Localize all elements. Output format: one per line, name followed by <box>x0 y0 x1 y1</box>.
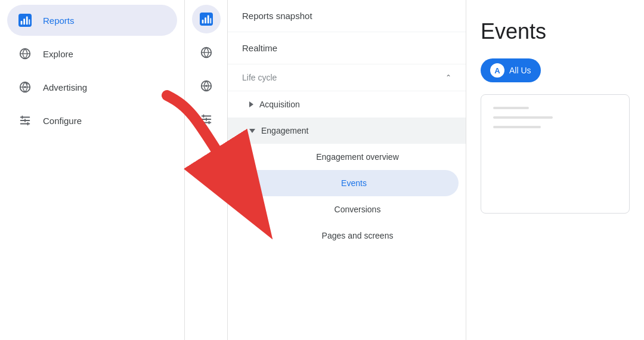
advertising-icon <box>17 79 33 95</box>
page-title: Events <box>481 19 630 44</box>
sidebar-item-explore[interactable]: Explore <box>7 38 177 69</box>
svg-rect-1 <box>21 21 23 24</box>
nav-panel: Reports snapshot Realtime Life cycle ⌃ A… <box>228 0 466 340</box>
svg-rect-4 <box>29 19 30 24</box>
sidebar-wide: Reports Explore <box>0 0 185 340</box>
reports-icon <box>17 12 33 29</box>
svg-rect-18 <box>210 18 211 23</box>
narrow-reports-icon <box>200 13 213 26</box>
nav-pages-and-screens[interactable]: Pages and screens <box>228 222 466 249</box>
sidebar-item-advertising[interactable]: Advertising <box>7 72 177 103</box>
narrow-reports[interactable] <box>192 5 221 33</box>
svg-rect-25 <box>203 115 204 118</box>
nav-events[interactable]: Events <box>228 170 459 196</box>
content-card <box>481 94 630 214</box>
card-line-2 <box>493 116 553 119</box>
card-line-1 <box>493 107 529 109</box>
card-line-3 <box>493 126 541 128</box>
svg-point-7 <box>24 86 26 88</box>
svg-rect-15 <box>202 20 203 23</box>
svg-rect-11 <box>22 116 23 119</box>
svg-rect-26 <box>206 118 207 121</box>
narrow-explore[interactable] <box>192 38 221 67</box>
main-content: Events A All Us <box>466 0 644 340</box>
segment-label: All Us <box>509 66 531 75</box>
svg-rect-3 <box>26 17 28 25</box>
svg-point-21 <box>205 85 208 87</box>
sidebar-item-configure-label: Configure <box>43 116 82 126</box>
narrow-advertising[interactable] <box>192 72 221 100</box>
svg-rect-17 <box>207 16 209 24</box>
explore-icon <box>17 45 33 62</box>
lifecycle-chevron-icon: ⌃ <box>445 73 451 82</box>
nav-conversions[interactable]: Conversions <box>228 196 466 222</box>
svg-rect-24 <box>201 122 211 123</box>
svg-rect-22 <box>201 116 211 117</box>
sidebar-narrow <box>185 0 228 340</box>
configure-icon <box>17 112 33 129</box>
nav-realtime[interactable]: Realtime <box>228 32 466 64</box>
nav-engagement-overview[interactable]: Engagement overview <box>228 144 466 170</box>
svg-rect-13 <box>27 122 29 126</box>
svg-rect-2 <box>23 18 25 24</box>
svg-rect-12 <box>24 119 26 122</box>
svg-rect-8 <box>20 117 30 118</box>
segment-badge[interactable]: A All Us <box>481 58 541 82</box>
nav-engagement[interactable]: Engagement <box>228 118 466 144</box>
nav-acquisition[interactable]: Acquisition <box>228 91 466 118</box>
sidebar-item-explore-label: Explore <box>43 49 73 59</box>
engagement-expand-icon <box>249 129 255 133</box>
sidebar-item-reports[interactable]: Reports <box>7 5 177 36</box>
acquisition-expand-icon <box>249 101 253 107</box>
sidebar-item-configure[interactable]: Configure <box>7 105 177 136</box>
sidebar-item-advertising-label: Advertising <box>43 82 87 92</box>
narrow-advertising-icon <box>200 79 213 92</box>
narrow-configure-icon <box>200 113 213 126</box>
nav-reports-snapshot[interactable]: Reports snapshot <box>228 0 466 32</box>
segment-avatar: A <box>490 63 504 78</box>
svg-rect-27 <box>208 121 209 125</box>
nav-section-lifecycle[interactable]: Life cycle ⌃ <box>228 64 466 91</box>
narrow-explore-icon <box>200 46 213 59</box>
narrow-configure[interactable] <box>192 105 221 134</box>
svg-rect-16 <box>205 17 206 23</box>
sidebar-item-reports-label: Reports <box>43 16 75 26</box>
svg-rect-10 <box>20 123 30 125</box>
